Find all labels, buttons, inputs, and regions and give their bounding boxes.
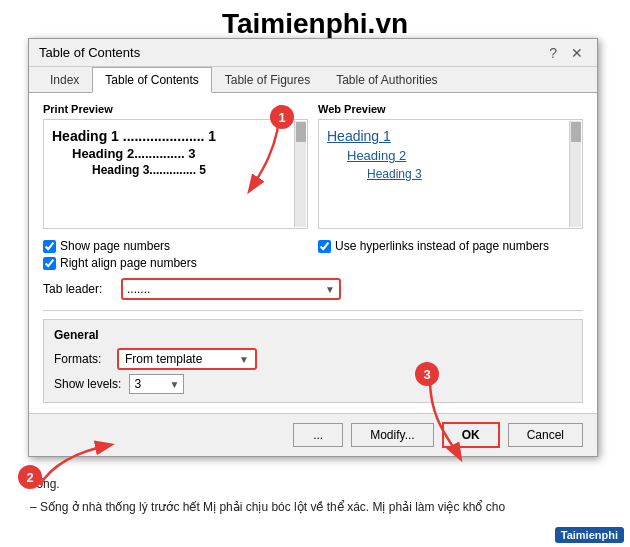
formats-row: Formats: From template ▼ (54, 348, 572, 370)
cancel-button[interactable]: Cancel (508, 423, 583, 447)
print-heading1: Heading 1 ..................... 1 (52, 128, 299, 144)
tab-leader-dropdown-arrow: ▼ (325, 284, 335, 295)
show-levels-dropdown-arrow: ▼ (169, 379, 179, 390)
print-heading3: Heading 3.............. 5 (92, 163, 299, 177)
watermark: Taimienphi (555, 527, 624, 543)
doc-text-area: sống. – Sống ở nhà thống lý trước hết Mị… (10, 473, 620, 519)
close-button[interactable]: ✕ (567, 46, 587, 60)
web-preview-section: Web Preview Heading 1 Heading 2 Heading … (318, 103, 583, 229)
dialog-title: Table of Contents (39, 45, 140, 60)
print-preview-section: Print Preview Heading 1 ................… (43, 103, 308, 229)
print-scrollbar-thumb (296, 122, 306, 142)
ok-button[interactable]: OK (442, 422, 500, 448)
show-page-numbers-label[interactable]: Show page numbers (43, 239, 308, 253)
formats-label: Formats: (54, 352, 109, 366)
use-hyperlinks-label[interactable]: Use hyperlinks instead of page numbers (318, 239, 583, 253)
tab-table-of-authorities[interactable]: Table of Authorities (323, 67, 450, 93)
tab-table-of-figures[interactable]: Table of Figures (212, 67, 323, 93)
use-hyperlinks-checkbox[interactable] (318, 240, 331, 253)
right-align-checkbox[interactable] (43, 257, 56, 270)
web-preview-box: Heading 1 Heading 2 Heading 3 (318, 119, 583, 229)
left-options: Show page numbers Right align page numbe… (43, 239, 308, 270)
annotation-3: 3 (415, 362, 439, 386)
show-levels-row: Show levels: 3 ▼ (54, 374, 572, 394)
tab-index[interactable]: Index (37, 67, 92, 93)
doc-line2: – Sống ở nhà thống lý trước hết Mị phải … (10, 496, 620, 519)
modify-button[interactable]: Modify... (351, 423, 433, 447)
web-heading3[interactable]: Heading 3 (367, 167, 574, 181)
dialog-body: Print Preview Heading 1 ................… (29, 93, 597, 413)
print-preview-label: Print Preview (43, 103, 308, 115)
general-label: General (54, 328, 572, 342)
doc-line1: sống. (10, 473, 620, 496)
show-levels-label: Show levels: (54, 377, 121, 391)
print-preview-box: Heading 1 ..................... 1 Headin… (43, 119, 308, 229)
tab-table-of-contents[interactable]: Table of Contents (92, 67, 211, 93)
web-heading1[interactable]: Heading 1 (327, 128, 574, 144)
help-button[interactable]: ? (545, 46, 561, 60)
print-scrollbar[interactable] (294, 121, 306, 227)
dialog-controls: ? ✕ (545, 46, 587, 60)
formats-dropdown-arrow: ▼ (239, 354, 249, 365)
tab-leader-select[interactable]: ....... ▼ (121, 278, 341, 300)
formats-select[interactable]: From template ▼ (117, 348, 257, 370)
web-preview-label: Web Preview (318, 103, 583, 115)
options-row: Show page numbers Right align page numbe… (43, 239, 583, 270)
table-of-contents-dialog: Table of Contents ? ✕ Index Table of Con… (28, 38, 598, 457)
dialog-footer: ... Modify... OK Cancel (29, 413, 597, 456)
tab-leader-row: Tab leader: ....... ▼ (43, 276, 583, 302)
dialog-tabs: Index Table of Contents Table of Figures… (29, 67, 597, 93)
dialog-titlebar: Table of Contents ? ✕ (29, 39, 597, 67)
show-levels-select[interactable]: 3 ▼ (129, 374, 184, 394)
options-button[interactable]: ... (293, 423, 343, 447)
show-page-numbers-checkbox[interactable] (43, 240, 56, 253)
print-heading2: Heading 2.............. 3 (72, 146, 299, 161)
web-scrollbar-thumb (571, 122, 581, 142)
right-options: Use hyperlinks instead of page numbers (318, 239, 583, 270)
preview-row: Print Preview Heading 1 ................… (43, 103, 583, 229)
annotation-2: 2 (18, 465, 42, 489)
general-section: General Formats: From template ▼ Show le… (43, 319, 583, 403)
web-heading2[interactable]: Heading 2 (347, 148, 574, 163)
right-align-label[interactable]: Right align page numbers (43, 256, 308, 270)
web-scrollbar[interactable] (569, 121, 581, 227)
tab-leader-label: Tab leader: (43, 282, 113, 296)
section-divider (43, 310, 583, 311)
annotation-1: 1 (270, 105, 294, 129)
